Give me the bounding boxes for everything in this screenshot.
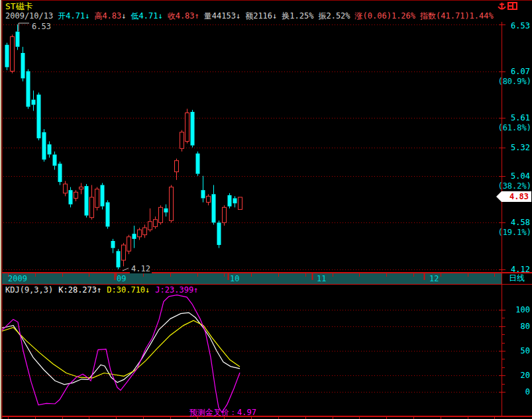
period-label[interactable]: 日线 [504,273,530,283]
fib-percent-label: (38.2%) [494,182,531,191]
info-field: 开4.71↓ [58,11,89,21]
candle-up [143,224,147,238]
candle-down [42,129,46,162]
trend-arrow-icon: ↓ [85,11,89,21]
trend-arrow-icon: ↓ [272,11,277,21]
candle-up [90,185,94,220]
trend-arrow-icon: ↓ [121,11,126,21]
kdj-axis-label: 0 [502,388,530,396]
trend-arrow-icon: ↑ [195,11,199,21]
kdj-indicator-label: KDJ(9,3,3) [5,285,53,295]
kdj-axis-label: 100 [502,306,530,314]
info-field: 振2.52% [318,11,350,21]
candle-down [27,70,30,109]
info-field: 涨(0.06)1.26% [355,11,415,21]
candle-down [101,183,105,209]
chart-canvas [0,0,532,419]
price-axis-label: 5.61 [502,114,530,122]
candle-down [58,162,62,185]
kdj-axis-label: 50 [502,347,530,355]
candle-down [69,187,73,208]
candle-up [159,205,163,224]
low-price-label: 4.12 [130,264,152,273]
candle-down [32,91,36,111]
candle-down [196,152,200,176]
candle-down [53,152,57,170]
info-field: 高4.83↓ [94,11,126,21]
high-label-connector [19,23,29,31]
current-price-tag: 4.83 [502,192,529,202]
candle-up [127,235,131,254]
candle-down [106,201,110,229]
candle-up [154,216,158,228]
month-label: 09 [117,274,126,283]
trend-arrow-icon: ↓ [158,11,162,21]
candle-down [201,176,205,203]
candle-up [239,197,242,209]
date-axis-bar [2,273,502,284]
kdj-value-k: K:28.273↑ [58,285,101,295]
info-field: 换1.25% [282,11,313,21]
info-field: 收4.83↑ [168,11,199,21]
candle-down [212,185,216,225]
kdj-axis-label: 20 [502,371,530,380]
candle-up [170,185,174,223]
split-window-icon[interactable] [507,2,518,11]
price-axis-label: 4.58 [502,218,530,227]
candle-down [5,43,9,70]
candle-up [122,243,126,266]
candle-up [186,109,189,143]
price-axis-label: 5.32 [502,144,530,152]
month-label: 11 [317,274,326,283]
candle-down [111,239,115,253]
kdj-header: KDJ(9,3,3)K:28.273↑D:30.710↓J:23.399↑ [5,285,209,295]
candle-down [85,184,89,218]
golden-cross-forecast: 预测金叉价：4.97 [189,407,256,418]
candle-up [180,130,184,152]
info-field: 额2116↓ [245,11,277,21]
kdj-value-j: J:23.399↑ [155,285,198,295]
high-price-label: 6.53 [30,22,52,31]
kdj-k-line [2,312,240,385]
candle-down [21,47,25,81]
candle-down [48,142,52,158]
fib-percent-label: (61.8%) [494,124,531,132]
candle-down [117,249,121,269]
low-label-connector [123,268,129,271]
candle-down [233,196,237,207]
window-top-border [0,0,532,1]
window-left-border [1,0,3,419]
kdj-j-line [2,295,240,412]
kdj-axis-label: 80 [502,322,530,331]
price-axis-label: 4.12 [502,265,530,274]
candle-down [37,93,41,140]
info-field: 量44153↓ [204,11,240,21]
candle-up [11,34,15,73]
candle-up [175,159,179,180]
candle-down [16,24,20,50]
year-label: 2009 [8,274,27,283]
price-axis-label: 5.04 [502,172,530,181]
candle-up [207,194,211,205]
info-field: 低4.71↓ [131,11,163,21]
candle-up [223,205,227,226]
candle-down [133,226,136,248]
candle-down [228,193,232,209]
date-bar-bottom-border [2,284,532,285]
price-axis-label: 6.07 [502,68,530,76]
candle-down [164,205,168,216]
fib-percent-label: (19.1%) [494,228,531,237]
info-bar: 2009/10/13开4.71↓高4.83↓低4.71↓收4.83↑量44153… [5,11,503,22]
candle-up [148,209,152,232]
fib-percent-label: (80.9%) [494,77,531,86]
anchor-icon[interactable] [497,1,507,12]
kdj-d-line [2,320,240,378]
candle-up [64,181,68,196]
kdj-panel-bottom-border [2,416,532,417]
info-field: 指数(41.71)1.44% [420,11,494,21]
price-axis-label: 6.53 [502,22,530,30]
month-label: 10 [230,274,239,283]
candle-up [80,183,83,194]
candle-up [138,228,142,240]
trade-date: 2009/10/13 [5,11,53,21]
